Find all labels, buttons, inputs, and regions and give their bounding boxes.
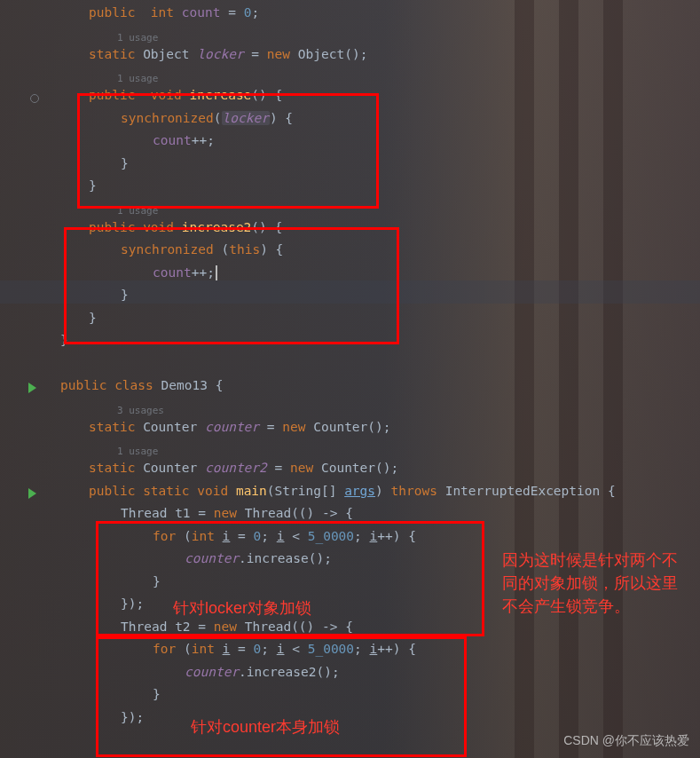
code-line: for (int i = 0; i < 5_0000; i++) { (25, 642, 700, 665)
code-line: Thread t2 = new Thread(() -> { (25, 620, 700, 643)
code-line: synchronized(locker) { (25, 111, 700, 134)
usage-hint: 1 usage (25, 201, 700, 220)
code-editor[interactable]: public int count = 0; 1 usage static Obj… (0, 0, 700, 758)
override-gutter-icon[interactable] (30, 94, 39, 103)
usage-hint: 1 usage (25, 69, 700, 88)
code-line: public void increase() { (25, 88, 700, 111)
code-line: static Object locker = new Object(); (25, 47, 700, 70)
code-line: } (25, 288, 700, 311)
code-line (25, 356, 700, 379)
annotation-locker: 针对locker对象加锁 (173, 596, 311, 620)
annotation-counter: 针对counter本身加锁 (191, 715, 340, 738)
code-line: } (25, 156, 700, 179)
code-line: public int count = 0; (25, 5, 700, 28)
code-line: static Counter counter2 = new Counter(); (25, 461, 700, 484)
code-line: static Counter counter = new Counter(); (25, 420, 700, 443)
code-line: } (25, 178, 700, 201)
code-line: } (25, 687, 700, 710)
usage-hint: 1 usage (25, 28, 700, 47)
annotation-side: 因为这时候是针对两个不同的对象加锁，所以这里不会产生锁竞争。 (502, 549, 688, 618)
code-line: count++; (25, 265, 700, 288)
code-line: synchronized (this) { (25, 242, 700, 265)
code-line: counter.increase2(); (25, 665, 700, 688)
code-line: Thread t1 = new Thread(() -> { (25, 506, 700, 529)
code-line: count++; (25, 133, 700, 156)
text-cursor (216, 265, 217, 280)
code-line: public void increase2() { (25, 220, 700, 243)
run-gutter-icon[interactable] (28, 488, 36, 499)
usage-hint: 1 usage (25, 442, 700, 461)
code-line: public class Demo13 { (25, 378, 700, 401)
code-line: } (25, 311, 700, 334)
code-line: }); (25, 710, 700, 733)
watermark: CSDN @你不应该热爱 (563, 733, 689, 749)
run-gutter-icon[interactable] (28, 383, 36, 393)
usage-hint: 3 usages (25, 401, 700, 420)
code-line: } (25, 333, 700, 356)
code-line: public static void main(String[] args) t… (25, 484, 700, 507)
